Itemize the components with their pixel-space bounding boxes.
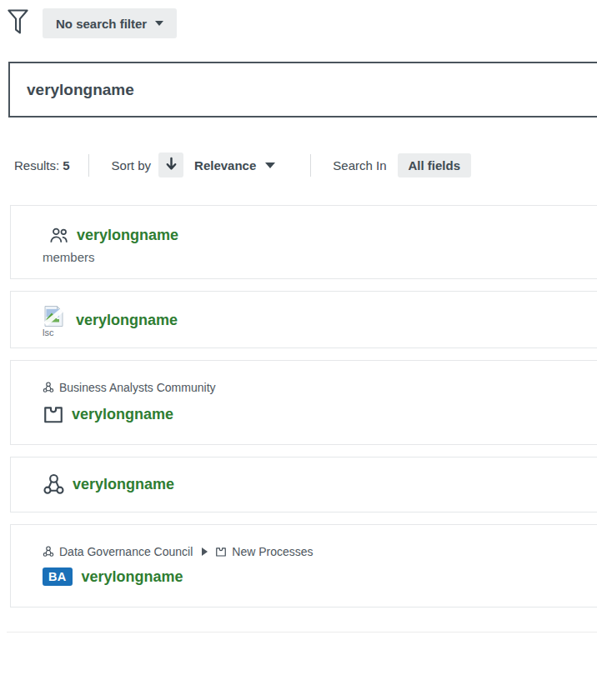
results-label: Results: <box>14 158 59 172</box>
filter-funnel-icon <box>7 8 29 38</box>
chevron-down-icon <box>155 21 163 26</box>
results-toolbar: Results: 5 Sort by Relevance Search In A… <box>8 152 597 178</box>
search-results-list: verylongnamemembers lscverylongname Busi… <box>10 205 597 608</box>
search-input[interactable] <box>8 62 597 118</box>
users-icon <box>49 227 69 244</box>
domain-icon <box>43 403 64 425</box>
filter-bar: No search filter <box>7 8 597 38</box>
result-title-link[interactable]: verylongname <box>77 227 178 244</box>
community-icon <box>43 382 54 393</box>
breadcrumb-item[interactable]: Data Governance Council <box>59 545 193 558</box>
divider <box>88 154 89 177</box>
arrow-down-icon <box>165 157 178 173</box>
result-card: verylongnamemembers <box>10 205 597 279</box>
result-card: verylongname <box>10 457 597 512</box>
breadcrumb-item[interactable]: New Processes <box>232 545 313 558</box>
sort-direction-button[interactable] <box>158 152 183 178</box>
sort-value-label: Relevance <box>194 158 256 172</box>
results-count: 5 <box>63 158 69 172</box>
divider <box>7 632 597 632</box>
search-filter-label: No search filter <box>56 17 147 31</box>
result-title-link[interactable]: verylongname <box>76 312 178 329</box>
breadcrumb-item[interactable]: Business Analysts Community <box>59 381 216 394</box>
result-card: Business Analysts Community verylongname <box>10 360 597 445</box>
breadcrumb: Data Governance Council New Processes <box>43 545 597 558</box>
result-subtitle: members <box>43 250 597 264</box>
result-card: lscverylongname <box>10 291 597 348</box>
image-alt-text: lsc <box>43 328 63 336</box>
divider <box>310 154 311 177</box>
broken-image-icon <box>43 305 65 328</box>
domain-icon <box>215 546 227 558</box>
result-title-link[interactable]: verylongname <box>82 568 183 586</box>
chevron-down-icon <box>265 162 275 168</box>
filter-funnel-button[interactable] <box>7 8 29 38</box>
asset-type-badge: BA <box>43 568 73 586</box>
sort-value-dropdown[interactable]: Relevance <box>194 158 275 172</box>
search-filter-dropdown[interactable]: No search filter <box>43 8 177 38</box>
result-title-link[interactable]: verylongname <box>73 476 174 493</box>
community-icon <box>43 546 54 558</box>
result-title-link[interactable]: verylongname <box>72 406 173 423</box>
breadcrumb-arrow-icon <box>202 548 208 556</box>
community-icon <box>43 473 65 496</box>
breadcrumb: Business Analysts Community <box>43 381 597 394</box>
search-in-label: Search In <box>333 158 386 172</box>
broken-image-thumbnail: lsc <box>43 305 65 336</box>
search-box <box>8 62 597 118</box>
result-card: Data Governance Council New ProcessesBAv… <box>10 524 597 608</box>
sort-by-label: Sort by <box>112 158 152 172</box>
search-in-fields-button[interactable]: All fields <box>398 153 472 178</box>
